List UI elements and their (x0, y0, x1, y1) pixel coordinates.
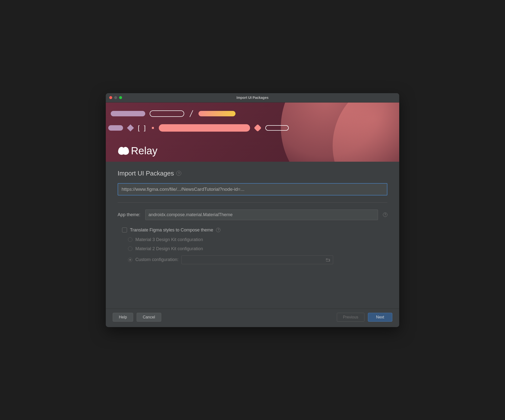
decorative-pill (108, 125, 123, 131)
previous-button[interactable]: Previous (337, 313, 364, 322)
next-button[interactable]: Next (368, 313, 392, 322)
folder-icon[interactable] (325, 258, 331, 262)
footer: Help Cancel Previous Next (106, 309, 399, 327)
translate-checkbox-label: Translate Figma styles to Compose theme (130, 228, 213, 233)
decorative-pill (159, 124, 250, 132)
titlebar: Import UI Packages (106, 93, 399, 103)
relay-logo-icon (118, 147, 129, 155)
footer-right-buttons: Previous Next (337, 313, 392, 322)
section-heading: Import UI Packages (118, 170, 174, 177)
cancel-button[interactable]: Cancel (137, 313, 161, 322)
decorative-diamond (254, 124, 261, 132)
decorative-pill-outline (265, 125, 289, 131)
app-theme-label: App theme: (118, 212, 140, 217)
material3-radio[interactable] (128, 237, 132, 242)
decorative-square (152, 127, 154, 129)
relay-logo: Relay (118, 145, 157, 157)
decorative-pill-gradient (198, 111, 235, 116)
app-theme-row: App theme: ? (118, 210, 387, 220)
custom-config-radio[interactable] (128, 258, 132, 262)
custom-config-radio-label: Custom configuration: (135, 257, 179, 262)
section-heading-row: Import UI Packages ? (118, 170, 387, 177)
divider (118, 202, 387, 203)
help-icon[interactable]: ? (216, 228, 220, 232)
help-icon[interactable]: ? (383, 212, 387, 217)
relay-logo-text: Relay (131, 145, 157, 157)
app-theme-input[interactable] (145, 210, 378, 220)
decorative-diamond (127, 124, 134, 131)
material3-radio-label: Material 3 Design Kit configuration (135, 237, 203, 242)
decorative-shapes-row (111, 110, 235, 117)
help-icon[interactable]: ? (176, 171, 181, 176)
decorative-pill (111, 111, 145, 116)
material2-radio-label: Material 2 Design Kit configuration (135, 246, 203, 251)
content-area: Import UI Packages ? App theme: ? Transl… (106, 162, 399, 274)
translate-checkbox-row: Translate Figma styles to Compose theme … (118, 228, 387, 233)
material3-radio-row: Material 3 Design Kit configuration (118, 237, 387, 242)
custom-config-input[interactable] (181, 255, 333, 264)
decorative-pill-outline (150, 110, 184, 117)
maximize-window-button[interactable] (119, 96, 122, 99)
material2-radio-row: Material 2 Design Kit configuration (118, 246, 387, 251)
decorative-shapes-row: [ ] (108, 124, 289, 132)
custom-config-radio-row: Custom configuration: (118, 255, 387, 264)
window-title: Import UI Packages (110, 96, 395, 100)
figma-url-input[interactable] (118, 183, 387, 195)
minimize-window-button[interactable] (114, 96, 117, 99)
decorative-slash (190, 110, 193, 117)
footer-left-buttons: Help Cancel (113, 313, 161, 322)
material2-radio[interactable] (128, 246, 132, 251)
decorative-brackets: [ ] (138, 124, 147, 132)
banner: [ ] Relay (106, 103, 399, 162)
help-button[interactable]: Help (113, 313, 133, 322)
translate-checkbox[interactable] (122, 228, 127, 232)
decorative-arc (333, 103, 399, 162)
close-window-button[interactable] (109, 96, 112, 99)
window-controls (109, 96, 122, 99)
dialog-window: Import UI Packages [ ] Relay (106, 93, 399, 327)
